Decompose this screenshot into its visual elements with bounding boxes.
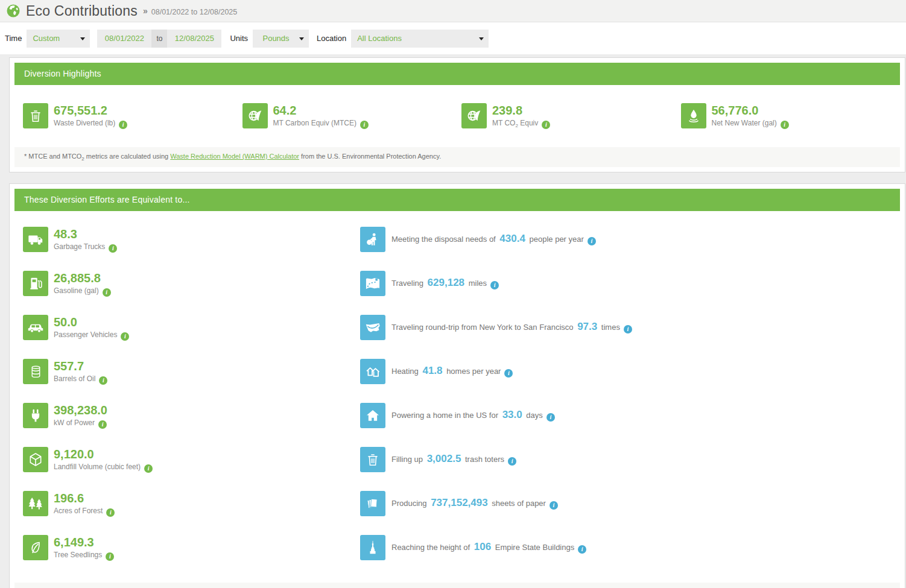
info-icon[interactable]: i [624,325,632,334]
equivalent-label: Passenger Vehicles [54,330,117,339]
info-icon[interactable]: i [550,501,558,510]
metric-mt-co2-equiv: 239.8 MT CO2 Equivi [461,103,681,129]
info-icon[interactable]: i [103,288,111,297]
equivalent-label: Landfill Volume (cubic feet) [54,463,141,471]
equivalent-empire-state-buildings: Reaching the height of 106 Empire State … [360,535,900,579]
equivalent-value: 9,120.0 [54,447,153,461]
info-icon[interactable]: i [490,281,499,289]
main-content: Diversion Highlights 675,551.2 Waste Div… [0,54,906,588]
house-icon [360,403,385,428]
metric-value: 64.2 [273,104,369,117]
location-select-value: All Locations [357,34,402,43]
equivalent-sheets-of-paper: Producing 737,152,493 sheets of paperi [360,491,900,535]
equivalent-label: Barrels of Oil [54,375,95,383]
metric-value: 239.8 [492,104,550,117]
equivalent-trash-toters: Filling up 3,002.5 trash totersi [360,447,900,491]
info-icon[interactable]: i [360,121,369,129]
location-select[interactable]: All Locations [351,30,489,48]
equivalent-gasoline: 26,885.8 Gasoline (gal)i [23,271,360,315]
equivalent-value: 430.4 [499,233,525,244]
equivalent-value: 398,238.0 [54,403,107,417]
metric-net-new-water: 56,776.0 Net New Water (gal)i [681,103,901,129]
equivalents-right-column: Meeting the disposal needs of 430.4 peop… [360,227,900,579]
equivalencies-footnote: * Equivalencies are calculated using the… [14,583,900,588]
time-select[interactable]: Custom [27,30,90,48]
info-icon[interactable]: i [99,376,107,385]
date-to-input[interactable]: 12/08/2025 [167,30,221,48]
info-icon[interactable]: i [588,237,596,245]
paper-sheets-icon [360,491,385,516]
info-icon[interactable]: i [121,332,129,341]
info-icon[interactable]: i [781,121,789,129]
equivalent-home-powered-days: Powering a home in the US for 33.0 daysi [360,403,900,447]
date-from-input[interactable]: 08/01/2022 [97,30,151,48]
info-icon[interactable]: i [109,244,117,253]
gas-pump-icon [23,271,48,296]
forest-icon [23,491,48,516]
info-icon[interactable]: i [144,464,153,473]
units-select[interactable]: Pounds [253,30,309,48]
info-icon[interactable]: i [98,420,107,429]
page-title: Eco Contributions [26,3,138,19]
empire-state-building-icon [360,535,385,560]
equivalent-value: 3,002.5 [427,453,461,464]
trash-icon [23,103,48,128]
equivalents-grid: 48.3 Garbage Trucksi 26,885.8 Gasoline (… [14,211,900,583]
metric-value: 675,551.2 [54,104,127,117]
globe-icon [6,4,21,18]
equivalent-value: 106 [474,541,491,552]
chevron-down-icon [80,37,85,40]
power-plug-icon [23,403,48,428]
chevron-down-icon [299,37,304,40]
route-map-icon [360,271,385,296]
warm-calculator-link[interactable]: Waste Reduction Model (WARM) Calculator [170,153,299,160]
equivalent-value: 48.3 [54,227,117,241]
info-icon[interactable]: i [546,413,555,422]
units-select-value: Pounds [262,34,291,43]
trash-toter-icon [360,447,385,472]
time-label: Time [5,34,22,43]
equivalent-value: 629,128 [428,277,464,288]
water-drop-icon [681,103,706,128]
equivalent-value: 41.8 [422,365,442,376]
equivalent-kw-of-power: 398,238.0 kW of Poweri [23,403,360,447]
equivalent-value: 33.0 [502,409,522,420]
info-icon[interactable]: i [504,369,513,378]
metric-waste-diverted: 675,551.2 Waste Diverted (lb)i [23,103,242,129]
equivalent-acres-of-forest: 196.6 Acres of Foresti [23,491,360,535]
equivalent-label: Tree Seedlings [54,551,102,559]
location-label: Location [317,34,346,43]
metric-label: MT Carbon Equiv (MTCE) [273,119,356,127]
equivalent-people-per-year: Meeting the disposal needs of 430.4 peop… [360,227,900,271]
highlights-metrics-row: 675,551.2 Waste Diverted (lb)i 64.2 MT C… [14,85,900,147]
us-map-icon [360,315,385,340]
equivalents-left-column: 48.3 Garbage Trucksi 26,885.8 Gasoline (… [23,227,360,579]
globe-leaf-icon [242,103,268,128]
date-range-subtitle: 08/01/2022 to 12/08/2025 [151,6,238,16]
info-icon[interactable]: i [508,457,516,466]
metric-label: MT CO [492,119,515,127]
equivalent-label: kW of Power [54,419,95,427]
info-icon[interactable]: i [119,121,127,129]
equivalent-ny-sf-round-trips: Traveling round-trip from New York to Sa… [360,315,900,359]
globe-leaf-icon [461,103,487,128]
oil-barrel-icon [23,359,48,384]
cube-icon [23,447,48,472]
info-icon[interactable]: i [106,552,114,561]
homes-icon [360,359,385,384]
equivalent-tree-seedlings: 6,149.3 Tree Seedlingsi [23,535,360,579]
units-label: Units [230,34,248,43]
equivalent-miles-traveled: Traveling 629,128 milesi [360,271,900,315]
equivalent-barrels-of-oil: 557.7 Barrels of Oili [23,359,360,403]
equivalent-value: 557.7 [54,359,107,373]
equivalent-value: 6,149.3 [54,536,114,549]
equivalent-value: 196.6 [54,492,115,505]
info-icon[interactable]: i [578,545,586,554]
info-icon[interactable]: i [542,121,550,129]
metric-value: 56,776.0 [712,104,789,117]
metric-mt-carbon-equiv: 64.2 MT Carbon Equiv (MTCE)i [242,103,462,129]
leaf-icon [23,535,48,560]
chevron-down-icon [479,37,484,40]
equivalent-label: Acres of Forest [54,507,103,515]
info-icon[interactable]: i [106,508,115,517]
